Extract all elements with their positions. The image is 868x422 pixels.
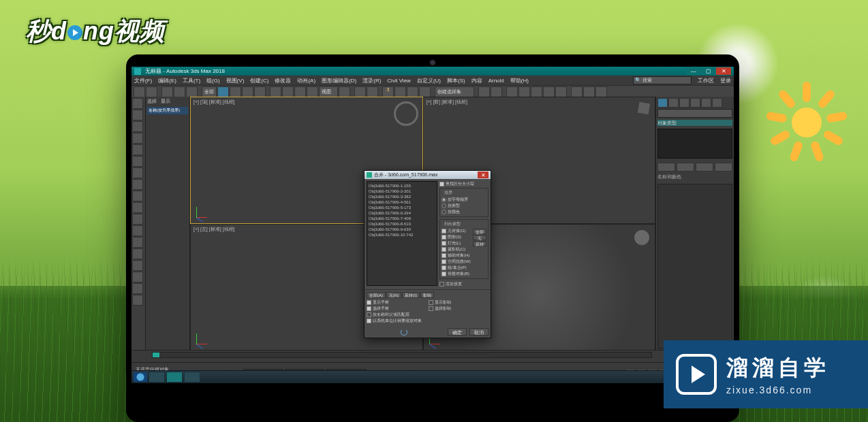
display-tab[interactable] <box>701 98 711 108</box>
render-production-button[interactable] <box>595 86 607 97</box>
merge-list-item[interactable]: Obj3d66-517906-6-294 <box>369 210 435 216</box>
viewcube-icon[interactable] <box>634 230 649 245</box>
dialog-close-button[interactable]: ✕ <box>478 172 489 178</box>
merge-dialog[interactable]: 合并 - 3d66.com_517906.max ✕ Obj3d66-51790… <box>364 170 491 338</box>
footer-button[interactable]: 全部(A) <box>367 292 386 298</box>
placement-button[interactable] <box>307 86 318 97</box>
find-case-checkbox[interactable]: 查找区分大小写 <box>439 181 489 187</box>
motion-tab[interactable] <box>690 98 700 108</box>
type-checkbox[interactable]: 组/集合(P) <box>441 265 467 271</box>
ok-button[interactable]: 确定 <box>448 328 467 336</box>
menu-item[interactable]: 内容 <box>471 77 482 84</box>
category-dropdown[interactable] <box>657 109 732 118</box>
left-tool-button[interactable] <box>132 283 143 294</box>
select-by-name-button[interactable] <box>230 86 241 97</box>
layer-button[interactable] <box>506 86 518 97</box>
merge-list-item[interactable]: Obj3d66-517906-10-742 <box>369 232 435 238</box>
merge-list-item[interactable]: Obj3d66-517906-9-630 <box>369 227 435 232</box>
taskbar-app-explorer[interactable] <box>149 372 165 383</box>
render-setup-button[interactable] <box>571 86 583 97</box>
left-tool-button[interactable] <box>132 248 143 259</box>
object-type-list[interactable] <box>657 184 732 349</box>
align-button[interactable] <box>491 86 502 97</box>
material-editor-button[interactable] <box>555 86 567 97</box>
viewport-label[interactable]: [+] [左] [标准] [线框] <box>193 226 234 233</box>
selection-filter-dropdown[interactable]: 全部 <box>202 86 217 97</box>
viewport-label[interactable]: [+] [前] [标准] [线框] <box>427 99 467 106</box>
menu-item[interactable]: 脚本(S) <box>447 77 465 84</box>
link-button[interactable] <box>161 86 173 97</box>
rotate-button[interactable] <box>282 86 294 97</box>
menu-item[interactable]: 帮助(H) <box>510 77 529 84</box>
footer-checkbox[interactable]: 显示影响 <box>429 299 451 306</box>
redo-button[interactable] <box>146 86 157 97</box>
footer-checkbox[interactable]: 选择影响 <box>429 306 451 312</box>
merge-list-item[interactable]: Obj3d66-517906-5-173 <box>369 205 435 210</box>
merge-list-item[interactable]: Obj3d66-517906-7-408 <box>369 216 435 221</box>
manipulate-button[interactable] <box>354 86 366 97</box>
start-button[interactable] <box>134 372 147 382</box>
footer-button[interactable]: 影响 <box>420 292 434 298</box>
left-tool-button[interactable] <box>132 144 143 155</box>
utilities-tab[interactable] <box>712 98 722 108</box>
cancel-button[interactable]: 取消 <box>469 328 489 336</box>
left-tool-button[interactable] <box>132 225 143 236</box>
time-slider[interactable] <box>152 352 652 358</box>
left-tool-button[interactable] <box>132 179 143 190</box>
rendered-frame-button[interactable] <box>583 86 595 97</box>
left-tool-button[interactable] <box>132 133 143 144</box>
scale-button[interactable] <box>294 86 306 97</box>
viewport-label[interactable]: [+] [顶] [标准] [线框] <box>193 99 234 106</box>
type-checkbox[interactable]: 辅助对象(H) <box>441 253 469 259</box>
move-button[interactable] <box>270 86 281 97</box>
select-region-button[interactable] <box>242 86 253 97</box>
footer-checkbox[interactable]: 按名称和父项匹配层 <box>367 312 422 318</box>
merge-list-item[interactable]: Obj3d66-517906-8-519 <box>369 221 435 227</box>
left-tool-button[interactable] <box>132 260 143 271</box>
titlebar[interactable]: 无标题 - Autodesk 3ds Max 2018 — ▢ ✕ <box>131 67 734 76</box>
window-crossing-button[interactable] <box>254 86 266 97</box>
taskbar-app-other[interactable] <box>184 372 200 383</box>
sort-color-radio[interactable]: 按颜色 <box>441 209 486 215</box>
menu-item[interactable]: 图形编辑器(D) <box>322 77 356 84</box>
render-setup-check[interactable]: 渲染设置 <box>439 281 489 287</box>
menu-item[interactable]: 文件(F) <box>134 77 152 84</box>
merge-list-item[interactable]: Obj3d66-517906-2-201 <box>369 189 435 194</box>
type-checkbox[interactable]: 灯光(L) <box>441 240 461 246</box>
left-tool-button[interactable] <box>132 98 143 109</box>
type-side-button[interactable]: 全部 <box>473 229 486 234</box>
type-side-button[interactable]: 无 <box>473 235 486 240</box>
type-side-button[interactable]: 反转 <box>473 241 486 246</box>
left-tool-button[interactable] <box>132 237 143 248</box>
scene-root-row[interactable]: 名称(按升序排序) <box>147 107 188 114</box>
scene-tab-display[interactable]: 显示 <box>161 98 170 105</box>
percent-snap-button[interactable] <box>407 86 418 97</box>
left-tool-button[interactable] <box>132 202 143 213</box>
hierarchy-tab[interactable] <box>679 98 689 108</box>
sort-type-radio[interactable]: 按类型 <box>441 203 486 209</box>
subcat-button[interactable] <box>696 163 713 172</box>
close-button[interactable]: ✕ <box>716 67 731 75</box>
undo-button[interactable] <box>134 86 145 97</box>
viewcube-icon[interactable] <box>394 101 418 126</box>
spinner-snap-button[interactable] <box>419 86 431 97</box>
merge-list-item[interactable]: Obj3d66-517906-3-382 <box>369 194 435 199</box>
left-tool-button[interactable] <box>132 121 143 132</box>
scene-explorer[interactable]: 选择 显示 名称(按升序排序) <box>146 97 190 351</box>
footer-button[interactable]: 无(N) <box>386 292 401 298</box>
timeline[interactable] <box>131 350 734 363</box>
type-checkbox[interactable]: 摄影机(C) <box>441 246 465 253</box>
type-checkbox[interactable]: 空间扭曲(W) <box>441 259 471 265</box>
menu-item[interactable]: 工具(T) <box>183 77 200 84</box>
scene-tab-select[interactable]: 选择 <box>147 98 157 105</box>
dialog-titlebar[interactable]: 合并 - 3d66.com_517906.max ✕ <box>365 171 491 179</box>
menubar[interactable]: 文件(F)编辑(E)工具(T)组(G)视图(V)创建(C)修改器动画(A)图形编… <box>131 76 734 86</box>
merge-object-list[interactable]: Obj3d66-517906-1-155Obj3d66-517906-2-201… <box>367 181 437 286</box>
maximize-button[interactable]: ▢ <box>701 67 716 75</box>
select-object-button[interactable] <box>217 86 229 97</box>
bind-spacewarp-button[interactable] <box>186 86 198 97</box>
footer-checkbox[interactable]: 以系统单位比例重缩放对象 <box>367 318 422 324</box>
unlink-button[interactable] <box>174 86 185 97</box>
command-panel[interactable]: 对象类型 名称和颜色 <box>655 97 734 351</box>
menu-item[interactable]: Arnold <box>489 78 504 84</box>
